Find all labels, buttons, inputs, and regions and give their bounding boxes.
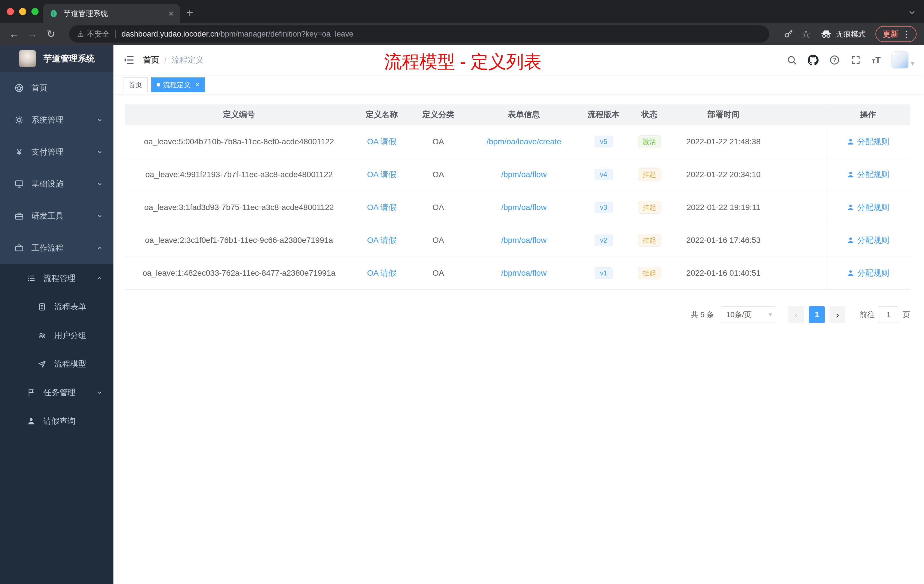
next-page-button[interactable]: › bbox=[830, 306, 845, 323]
form-link[interactable]: /bpm/oa/flow bbox=[501, 236, 546, 245]
zoom-window-button[interactable] bbox=[31, 8, 39, 15]
tag-home[interactable]: 首页 bbox=[123, 78, 148, 92]
version-tag: v5 bbox=[594, 136, 612, 147]
person-icon bbox=[847, 138, 854, 145]
version-tag: v1 bbox=[594, 267, 612, 279]
sidebar-item-label: 工作流程 bbox=[31, 243, 63, 253]
document-icon bbox=[36, 302, 48, 312]
column-header: 状态 bbox=[626, 104, 673, 125]
user-menu[interactable]: ▾ bbox=[891, 51, 914, 69]
definition-name-link[interactable]: OA 请假 bbox=[367, 136, 396, 147]
chevron-right-icon: › bbox=[836, 309, 839, 320]
prev-page-button[interactable]: ‹ bbox=[788, 306, 804, 323]
sidebar-item-process-management[interactable]: 流程管理 bbox=[0, 264, 114, 292]
not-secure-label: 不安全 bbox=[87, 29, 110, 39]
sidebar-item-home[interactable]: 首页 bbox=[0, 72, 114, 104]
sidebar-item-task-management[interactable]: 任务管理 bbox=[0, 378, 114, 407]
url-host: dashboard.yudao.iocoder.cn bbox=[121, 30, 218, 39]
assign-rule-button[interactable]: 分配规则 bbox=[847, 268, 889, 279]
svg-text:?: ? bbox=[833, 57, 836, 63]
table-row: oa_leave:3:1fad3d93-7b75-11ec-a3c8-acde4… bbox=[125, 191, 910, 224]
tab-search-chevron-icon[interactable] bbox=[908, 8, 916, 16]
breadcrumb: 首页 / 流程定义 bbox=[143, 54, 204, 66]
tag-close-icon[interactable]: × bbox=[195, 80, 200, 89]
cell-category: OA bbox=[410, 125, 466, 158]
sidebar-toggle-icon[interactable] bbox=[123, 54, 135, 66]
sidebar-item-infrastructure[interactable]: 基础设施 bbox=[0, 168, 114, 200]
chevron-down-icon bbox=[96, 181, 103, 187]
assign-rule-button[interactable]: 分配规则 bbox=[847, 136, 889, 147]
tab-close-icon[interactable]: × bbox=[168, 8, 174, 19]
definition-name-link[interactable]: OA 请假 bbox=[367, 268, 396, 279]
column-header: 定义分类 bbox=[410, 104, 466, 125]
yen-icon: ¥ bbox=[14, 147, 25, 157]
breadcrumb-current: 流程定义 bbox=[172, 54, 204, 66]
app-root: 芋道管理系统 首页 系统管理 bbox=[0, 45, 924, 584]
app-logo-avatar bbox=[19, 50, 36, 67]
font-size-icon[interactable]: TT bbox=[872, 55, 881, 65]
breadcrumb-home[interactable]: 首页 bbox=[143, 54, 159, 66]
sidebar-item-process-model[interactable]: 流程模型 bbox=[0, 350, 114, 378]
person-icon bbox=[847, 269, 854, 277]
sidebar-item-label: 流程模型 bbox=[54, 358, 86, 370]
pagination: 共 5 条 10条/页 ▾ ‹ 1 › 前往 页 bbox=[125, 306, 910, 323]
sidebar-item-label: 任务管理 bbox=[43, 387, 76, 398]
goto-page-input[interactable] bbox=[878, 306, 899, 323]
forward-icon[interactable]: → bbox=[26, 27, 40, 41]
form-link[interactable]: /bpm/oa/flow bbox=[501, 170, 546, 179]
bookmark-star-icon[interactable]: ☆ bbox=[801, 28, 811, 40]
password-key-icon[interactable] bbox=[784, 29, 794, 39]
tag-process-definition[interactable]: 流程定义 × bbox=[151, 78, 205, 92]
users-icon bbox=[36, 330, 48, 341]
fullscreen-icon[interactable] bbox=[851, 55, 861, 65]
github-icon[interactable] bbox=[808, 54, 818, 66]
reload-icon[interactable]: ↻ bbox=[44, 27, 58, 41]
form-link[interactable]: /bpm/oa/flow bbox=[501, 203, 546, 212]
user-avatar[interactable] bbox=[891, 51, 909, 69]
page-size-select[interactable]: 10条/页 ▾ bbox=[721, 306, 776, 323]
new-tab-button[interactable]: + bbox=[186, 7, 193, 19]
browser-update-button[interactable]: 更新 ⋮ bbox=[875, 26, 917, 42]
minimize-window-button[interactable] bbox=[19, 8, 26, 15]
sidebar-item-system[interactable]: 系统管理 bbox=[0, 104, 114, 136]
address-bar[interactable]: ⚠ 不安全 dashboard.yudao.iocoder.cn /bpm/ma… bbox=[69, 25, 769, 43]
table-row: oa_leave:5:004b710b-7b8a-11ec-8ef0-acde4… bbox=[125, 125, 910, 158]
sidebar-header[interactable]: 芋道管理系统 bbox=[0, 45, 114, 72]
sidebar-item-leave-query[interactable]: 请假查询 bbox=[0, 407, 114, 436]
definition-table: 定义编号 定义名称 定义分类 表单信息 流程版本 状态 部署时间 操作 oa_l… bbox=[125, 104, 910, 290]
person-icon bbox=[847, 204, 854, 211]
sidebar-item-dev-tools[interactable]: 研发工具 bbox=[0, 200, 114, 232]
browser-tab[interactable]: 芋道管理系统 × bbox=[43, 4, 180, 23]
close-window-button[interactable] bbox=[7, 8, 14, 15]
assign-rule-button[interactable]: 分配规则 bbox=[847, 169, 889, 180]
main-area: 首页 / 流程定义 ? T bbox=[114, 45, 924, 584]
help-question-icon[interactable]: ? bbox=[830, 55, 840, 65]
navbar-actions: ? TT ▾ bbox=[787, 51, 914, 69]
not-secure-warning-icon: ⚠ bbox=[77, 30, 84, 39]
cell-category: OA bbox=[410, 158, 466, 191]
cell-deploy-time: 2022-01-22 21:48:38 bbox=[673, 125, 774, 158]
browser-window: 芋道管理系统 × + ← → ↻ ⚠ 不安全 dashboard.yudao.i… bbox=[0, 0, 924, 584]
form-link[interactable]: /bpm/oa/flow bbox=[501, 269, 546, 278]
current-page-button[interactable]: 1 bbox=[809, 306, 825, 323]
sidebar-item-workflow[interactable]: 工作流程 bbox=[0, 232, 114, 264]
list-tree-icon bbox=[26, 273, 36, 284]
definition-name-link[interactable]: OA 请假 bbox=[367, 235, 396, 246]
assign-rule-button[interactable]: 分配规则 bbox=[847, 235, 889, 246]
definition-name-link[interactable]: OA 请假 bbox=[367, 202, 396, 213]
briefcase-icon bbox=[14, 243, 25, 253]
sidebar-item-payment[interactable]: ¥ 支付管理 bbox=[0, 136, 114, 168]
sidebar-item-user-group[interactable]: 用户分组 bbox=[0, 321, 114, 350]
back-icon[interactable]: ← bbox=[7, 27, 21, 41]
sidebar-item-label: 系统管理 bbox=[31, 115, 63, 125]
cell-definition-id: oa_leave:2:3c1f0ef1-76b1-11ec-9c66-a2380… bbox=[125, 224, 353, 257]
sidebar-item-process-form[interactable]: 流程表单 bbox=[0, 292, 114, 321]
cell-spacer bbox=[774, 125, 826, 158]
search-icon[interactable] bbox=[787, 55, 797, 65]
definition-name-link[interactable]: OA 请假 bbox=[367, 169, 396, 180]
assign-rule-button[interactable]: 分配规则 bbox=[847, 202, 889, 213]
browser-toolbar: ← → ↻ ⚠ 不安全 dashboard.yudao.iocoder.cn /… bbox=[0, 23, 924, 45]
form-link[interactable]: /bpm/oa/leave/create bbox=[487, 137, 561, 146]
column-header: 定义名称 bbox=[353, 104, 410, 125]
browser-menu-kebab-icon[interactable]: ⋮ bbox=[902, 29, 911, 39]
